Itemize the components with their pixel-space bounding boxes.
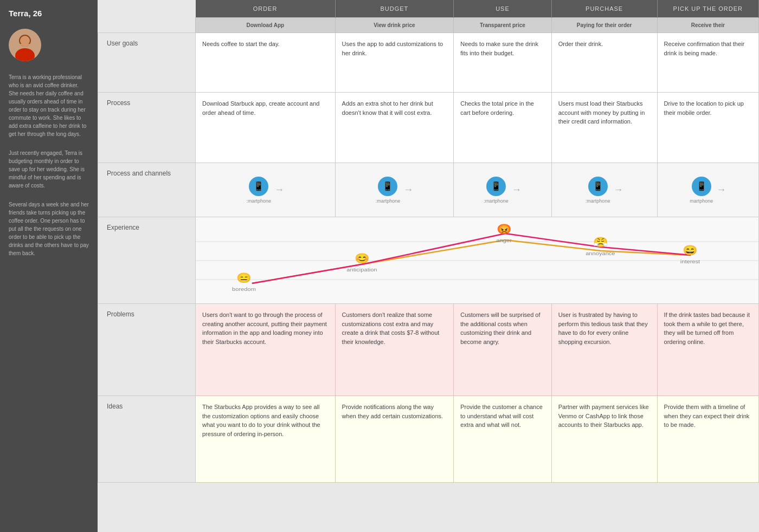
svg-text:annoyance: annoyance	[586, 250, 615, 256]
idea-cell-3: Partner with payment services like Venmo…	[551, 396, 657, 483]
phone-icon-3: 📱	[588, 177, 608, 196]
user-goals-row: User goals Needs coffee to start the day…	[98, 33, 759, 93]
goal-cell-0: Needs coffee to start the day.	[196, 33, 336, 93]
channel-cell-4: 📱 martphone →	[657, 163, 758, 217]
journey-map: ORDER BUDGET USE PURCHASE PICK UP THE OR…	[98, 0, 759, 532]
idea-cell-1: Provide notifications along the way when…	[335, 396, 454, 483]
problem-cell-3: User is frustrated by having to perform …	[551, 304, 657, 396]
svg-text:anticipation: anticipation	[346, 267, 377, 272]
arrow-icon-0: →	[274, 184, 284, 196]
phone-icon-4: 📱	[692, 177, 711, 196]
arrow-icon-4: →	[716, 184, 726, 196]
col-header-budget: BUDGET	[335, 0, 454, 18]
col-header-use: USE	[454, 0, 551, 18]
channel-cell-2: 📱 :martphone →	[454, 163, 551, 217]
persona-name: Terra, 26	[9, 9, 89, 18]
col-header-pickup: PICK UP THE ORDER	[657, 0, 758, 18]
channels-row: Process and channels 📱 :martphone → 📱	[98, 163, 759, 217]
experience-row: Experience	[98, 217, 759, 304]
problem-cell-0: Users don't want to go through the proce…	[196, 304, 336, 396]
channels-label: Process and channels	[98, 163, 196, 217]
process-cell-0: Download Starbuck app, create account an…	[196, 93, 336, 163]
svg-text:😡: 😡	[497, 223, 512, 235]
process-cell-2: Checks the total price in the cart befor…	[454, 93, 551, 163]
sub-header-4: Receive their	[657, 18, 758, 33]
svg-text:😄: 😄	[683, 244, 698, 256]
idea-cell-0: The Starbucks App provides a way to see …	[196, 396, 336, 483]
sub-header-3: Paying for their order	[551, 18, 657, 33]
phone-icon-0: 📱	[249, 177, 268, 196]
svg-text:😤: 😤	[593, 236, 609, 248]
sub-header-1: View drink price	[335, 18, 454, 33]
svg-text:😊: 😊	[355, 252, 370, 264]
goal-cell-1: Uses the app to add customizations to he…	[335, 33, 454, 93]
problem-cell-1: Customers don't realize that some custom…	[335, 304, 454, 396]
arrow-icon-1: →	[403, 184, 413, 196]
svg-text:😑: 😑	[236, 272, 252, 284]
experience-chart-cell: 😑 boredom 😊 anticipation 😡 anger	[196, 217, 759, 304]
channel-cell-0: 📱 :martphone →	[196, 163, 336, 217]
persona-bio3: Several days a week she and her friends …	[9, 200, 89, 257]
persona-bio1: Terra is a working professional who is a…	[9, 73, 89, 138]
goal-cell-2: Needs to make sure the drink fits into t…	[454, 33, 551, 93]
arrow-icon-3: →	[613, 184, 623, 196]
experience-chart: 😑 boredom 😊 anticipation 😡 anger	[196, 223, 758, 299]
column-headers-row: ORDER BUDGET USE PURCHASE PICK UP THE OR…	[98, 0, 759, 18]
sub-header-0: Download App	[196, 18, 336, 33]
sub-headers-row: Download App View drink price Transparen…	[98, 18, 759, 33]
problems-row: Problems Users don't want to go through …	[98, 304, 759, 396]
problem-cell-2: Customers will be surprised of the addit…	[454, 304, 551, 396]
idea-cell-2: Provide the customer a chance to underst…	[454, 396, 551, 483]
goal-cell-3: Order their drink.	[551, 33, 657, 93]
ideas-row: Ideas The Starbucks App provides a way t…	[98, 396, 759, 483]
ideas-label: Ideas	[98, 396, 196, 483]
process-cell-1: Adds an extra shot to her drink but does…	[335, 93, 454, 163]
arrow-icon-2: →	[512, 184, 522, 196]
journey-table: ORDER BUDGET USE PURCHASE PICK UP THE OR…	[98, 0, 759, 483]
col-header-order: ORDER	[196, 0, 336, 18]
goal-cell-4: Receive confirmation that their drink is…	[657, 33, 758, 93]
channel-cell-3: 📱 :martphone →	[551, 163, 657, 217]
avatar	[9, 29, 41, 61]
svg-text:interest: interest	[680, 258, 700, 264]
process-cell-4: Drive to the location to pick up their m…	[657, 93, 758, 163]
channel-cell-1: 📱 :martphone →	[335, 163, 454, 217]
problems-label: Problems	[98, 304, 196, 396]
process-label: Process	[98, 93, 196, 163]
phone-icon-2: 📱	[486, 177, 506, 196]
idea-cell-4: Provide them with a timeline of when the…	[657, 396, 758, 483]
user-goals-label: User goals	[98, 33, 196, 93]
experience-svg: 😑 boredom 😊 anticipation 😡 anger	[196, 223, 758, 299]
process-row: Process Download Starbuck app, create ac…	[98, 93, 759, 163]
problem-cell-4: If the drink tastes bad because it took …	[657, 304, 758, 396]
svg-text:boredom: boredom	[232, 286, 256, 291]
phone-icon-1: 📱	[378, 177, 397, 196]
svg-text:anger: anger	[496, 237, 512, 243]
persona-bio2: Just recently engaged, Terra is budgetin…	[9, 149, 89, 190]
process-cell-3: Users must load their Starbucks account …	[551, 93, 657, 163]
experience-label: Experience	[98, 217, 196, 304]
sub-header-2: Transparent price	[454, 18, 551, 33]
col-header-purchase: PURCHASE	[551, 0, 657, 18]
sidebar: Terra, 26 Terra is a working professiona…	[0, 0, 98, 532]
